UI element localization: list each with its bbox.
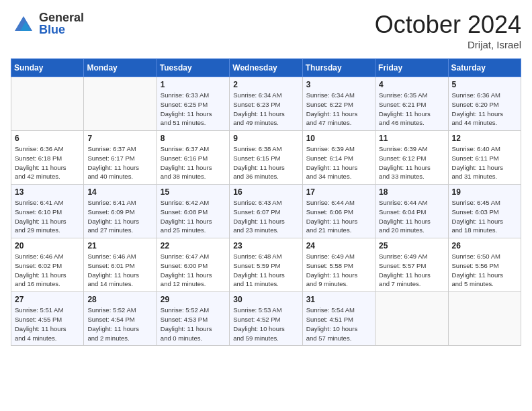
weekday-header: Wednesday <box>230 59 302 77</box>
day-number: 3 <box>306 80 371 89</box>
day-info: Sunrise: 5:52 AM Sunset: 4:54 PM Dayligh… <box>87 306 152 342</box>
day-info: Sunrise: 5:54 AM Sunset: 4:51 PM Dayligh… <box>306 306 371 342</box>
day-number: 18 <box>379 187 444 197</box>
day-info: Sunrise: 6:37 AM Sunset: 6:17 PM Dayligh… <box>87 144 152 181</box>
calendar-cell: 24Sunrise: 6:49 AM Sunset: 5:58 PM Dayli… <box>302 238 375 292</box>
month-title: October 2024 <box>375 11 521 39</box>
calendar-cell: 22Sunrise: 6:47 AM Sunset: 6:00 PM Dayli… <box>157 238 229 292</box>
calendar-cell: 20Sunrise: 6:46 AM Sunset: 6:02 PM Dayli… <box>11 238 84 292</box>
day-number: 31 <box>306 295 371 304</box>
day-info: Sunrise: 6:39 AM Sunset: 6:12 PM Dayligh… <box>379 144 444 181</box>
day-number: 7 <box>87 134 152 143</box>
calendar-cell: 8Sunrise: 6:37 AM Sunset: 6:16 PM Daylig… <box>157 131 229 185</box>
calendar-cell: 21Sunrise: 6:46 AM Sunset: 6:01 PM Dayli… <box>84 238 157 292</box>
day-info: Sunrise: 6:40 AM Sunset: 6:11 PM Dayligh… <box>452 144 517 181</box>
day-number: 16 <box>233 187 298 197</box>
day-number: 1 <box>161 80 226 89</box>
day-number: 20 <box>15 241 80 250</box>
calendar-week-row: 27Sunrise: 5:51 AM Sunset: 4:55 PM Dayli… <box>11 292 521 346</box>
calendar-cell: 15Sunrise: 6:42 AM Sunset: 6:08 PM Dayli… <box>157 185 229 238</box>
day-info: Sunrise: 6:38 AM Sunset: 6:15 PM Dayligh… <box>233 144 298 181</box>
weekday-header: Friday <box>375 59 448 77</box>
weekday-header: Thursday <box>302 59 375 77</box>
calendar-cell: 12Sunrise: 6:40 AM Sunset: 6:11 PM Dayli… <box>448 131 521 185</box>
day-info: Sunrise: 6:50 AM Sunset: 5:56 PM Dayligh… <box>452 252 517 289</box>
calendar-cell: 23Sunrise: 6:48 AM Sunset: 5:59 PM Dayli… <box>230 238 302 292</box>
calendar-cell: 30Sunrise: 5:53 AM Sunset: 4:52 PM Dayli… <box>230 292 302 346</box>
day-info: Sunrise: 6:46 AM Sunset: 6:02 PM Dayligh… <box>15 252 80 289</box>
calendar-week-row: 13Sunrise: 6:41 AM Sunset: 6:10 PM Dayli… <box>11 185 521 238</box>
day-number: 15 <box>161 187 226 197</box>
day-info: Sunrise: 6:34 AM Sunset: 6:22 PM Dayligh… <box>306 91 371 128</box>
calendar-cell: 17Sunrise: 6:44 AM Sunset: 6:06 PM Dayli… <box>302 185 375 238</box>
calendar-cell: 19Sunrise: 6:45 AM Sunset: 6:03 PM Dayli… <box>448 185 521 238</box>
calendar-cell: 10Sunrise: 6:39 AM Sunset: 6:14 PM Dayli… <box>302 131 375 185</box>
calendar-week-row: 20Sunrise: 6:46 AM Sunset: 6:02 PM Dayli… <box>11 238 521 292</box>
calendar-cell: 26Sunrise: 6:50 AM Sunset: 5:56 PM Dayli… <box>448 238 521 292</box>
calendar-cell: 1Sunrise: 6:33 AM Sunset: 6:25 PM Daylig… <box>157 77 229 131</box>
day-info: Sunrise: 6:45 AM Sunset: 6:03 PM Dayligh… <box>452 198 517 235</box>
day-info: Sunrise: 6:36 AM Sunset: 6:20 PM Dayligh… <box>452 91 517 128</box>
calendar-cell: 3Sunrise: 6:34 AM Sunset: 6:22 PM Daylig… <box>302 77 375 131</box>
day-info: Sunrise: 5:52 AM Sunset: 4:53 PM Dayligh… <box>161 306 226 342</box>
day-info: Sunrise: 6:41 AM Sunset: 6:09 PM Dayligh… <box>87 198 152 235</box>
calendar-week-row: 6Sunrise: 6:36 AM Sunset: 6:18 PM Daylig… <box>11 131 521 185</box>
calendar-cell: 25Sunrise: 6:49 AM Sunset: 5:57 PM Dayli… <box>375 238 448 292</box>
day-info: Sunrise: 6:44 AM Sunset: 6:06 PM Dayligh… <box>306 198 371 235</box>
calendar-cell: 11Sunrise: 6:39 AM Sunset: 6:12 PM Dayli… <box>375 131 448 185</box>
day-info: Sunrise: 6:49 AM Sunset: 5:58 PM Dayligh… <box>306 252 371 289</box>
logo-text: General Blue <box>39 11 84 36</box>
day-number: 27 <box>15 295 80 304</box>
calendar-table: SundayMondayTuesdayWednesdayThursdayFrid… <box>11 58 521 346</box>
calendar-cell <box>11 77 84 131</box>
day-info: Sunrise: 5:53 AM Sunset: 4:52 PM Dayligh… <box>233 306 298 342</box>
calendar-cell: 27Sunrise: 5:51 AM Sunset: 4:55 PM Dayli… <box>11 292 84 346</box>
day-number: 11 <box>379 134 444 143</box>
day-number: 21 <box>87 241 152 250</box>
calendar-cell: 14Sunrise: 6:41 AM Sunset: 6:09 PM Dayli… <box>84 185 157 238</box>
title-block: October 2024 Drijat, Israel <box>375 11 521 50</box>
day-info: Sunrise: 6:42 AM Sunset: 6:08 PM Dayligh… <box>161 198 226 235</box>
day-number: 8 <box>161 134 226 143</box>
calendar-cell: 28Sunrise: 5:52 AM Sunset: 4:54 PM Dayli… <box>84 292 157 346</box>
calendar-cell: 18Sunrise: 6:44 AM Sunset: 6:04 PM Dayli… <box>375 185 448 238</box>
location: Drijat, Israel <box>375 39 521 50</box>
logo: General Blue <box>11 11 84 36</box>
day-number: 28 <box>87 295 152 304</box>
day-info: Sunrise: 6:36 AM Sunset: 6:18 PM Dayligh… <box>15 144 80 181</box>
day-info: Sunrise: 6:35 AM Sunset: 6:21 PM Dayligh… <box>379 91 444 128</box>
day-number: 6 <box>15 134 80 143</box>
weekday-header: Monday <box>84 59 157 77</box>
calendar-cell: 5Sunrise: 6:36 AM Sunset: 6:20 PM Daylig… <box>448 77 521 131</box>
day-number: 5 <box>452 80 517 89</box>
day-number: 2 <box>233 80 298 89</box>
calendar-cell: 6Sunrise: 6:36 AM Sunset: 6:18 PM Daylig… <box>11 131 84 185</box>
weekday-header-row: SundayMondayTuesdayWednesdayThursdayFrid… <box>11 59 521 77</box>
logo-blue: Blue <box>39 24 84 36</box>
day-number: 17 <box>306 187 371 197</box>
calendar-cell: 29Sunrise: 5:52 AM Sunset: 4:53 PM Dayli… <box>157 292 229 346</box>
calendar-cell: 4Sunrise: 6:35 AM Sunset: 6:21 PM Daylig… <box>375 77 448 131</box>
calendar-week-row: 1Sunrise: 6:33 AM Sunset: 6:25 PM Daylig… <box>11 77 521 131</box>
day-info: Sunrise: 6:43 AM Sunset: 6:07 PM Dayligh… <box>233 198 298 235</box>
calendar-cell <box>375 292 448 346</box>
weekday-header: Saturday <box>448 59 521 77</box>
calendar-cell: 16Sunrise: 6:43 AM Sunset: 6:07 PM Dayli… <box>230 185 302 238</box>
day-number: 12 <box>452 134 517 143</box>
day-number: 25 <box>379 241 444 250</box>
day-number: 13 <box>15 187 80 197</box>
weekday-header: Tuesday <box>157 59 229 77</box>
day-info: Sunrise: 6:44 AM Sunset: 6:04 PM Dayligh… <box>379 198 444 235</box>
day-number: 10 <box>306 134 371 143</box>
day-number: 26 <box>452 241 517 250</box>
day-info: Sunrise: 5:51 AM Sunset: 4:55 PM Dayligh… <box>15 306 80 342</box>
day-info: Sunrise: 6:47 AM Sunset: 6:00 PM Dayligh… <box>161 252 226 289</box>
day-number: 29 <box>161 295 226 304</box>
day-number: 30 <box>233 295 298 304</box>
day-number: 9 <box>233 134 298 143</box>
day-info: Sunrise: 6:37 AM Sunset: 6:16 PM Dayligh… <box>161 144 226 181</box>
calendar-cell: 9Sunrise: 6:38 AM Sunset: 6:15 PM Daylig… <box>230 131 302 185</box>
day-info: Sunrise: 6:34 AM Sunset: 6:23 PM Dayligh… <box>233 91 298 128</box>
day-number: 24 <box>306 241 371 250</box>
day-number: 14 <box>87 187 152 197</box>
